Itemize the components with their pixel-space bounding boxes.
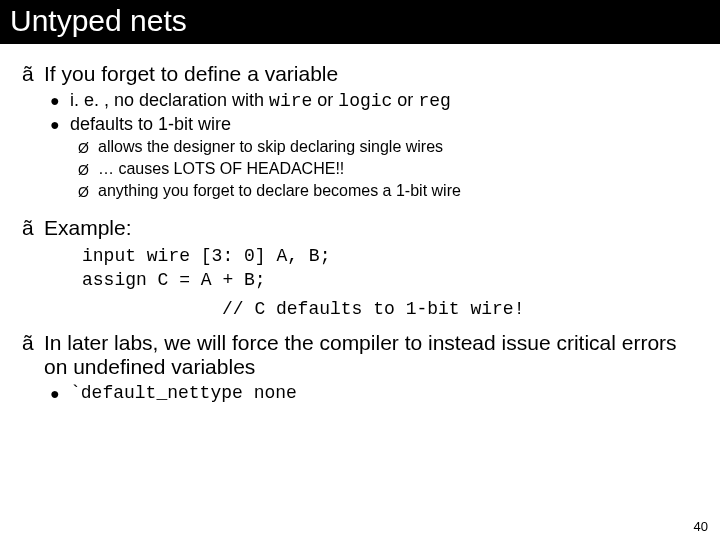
bullet-example: ã Example: <box>22 216 698 240</box>
bullet-later-labs: ã In later labs, we will force the compi… <box>22 331 698 379</box>
bullet-marker: ã <box>22 216 44 240</box>
subbullet-text: defaults to 1-bit wire <box>70 114 698 135</box>
text-fragment: i. e. , no declaration with <box>70 90 269 110</box>
bullet-text: If you forget to define a variable <box>44 62 698 86</box>
slide-body: ã If you forget to define a variable ● i… <box>0 44 720 405</box>
bullet-marker: ã <box>22 331 44 355</box>
dot-icon: ● <box>50 114 70 136</box>
subsub-headache: Ø … causes LOTS OF HEADACHE!! <box>78 160 698 180</box>
subbullet-defaults-1bit: ● defaults to 1-bit wire <box>50 114 698 136</box>
code-wire: wire <box>269 91 312 111</box>
subbullet-text: i. e. , no declaration with wire or logi… <box>70 90 698 111</box>
slide-title: Untyped nets <box>0 0 720 44</box>
subsub-text: allows the designer to skip declaring si… <box>98 138 698 156</box>
bullet-marker: ã <box>22 62 44 86</box>
text-fragment: or <box>312 90 338 110</box>
subsub-forget-declare: Ø anything you forget to declare becomes… <box>78 182 698 202</box>
dot-icon: ● <box>50 383 70 405</box>
dot-icon: ● <box>50 90 70 112</box>
subsub-allows-skip: Ø allows the designer to skip declaring … <box>78 138 698 158</box>
bullet-text: In later labs, we will force the compile… <box>44 331 698 379</box>
code-logic: logic <box>338 91 392 111</box>
arrow-icon: Ø <box>78 138 98 158</box>
arrow-icon: Ø <box>78 182 98 202</box>
page-number: 40 <box>694 519 708 534</box>
arrow-icon: Ø <box>78 160 98 180</box>
code-line: assign C = A + B; <box>82 270 266 290</box>
subbullet-default-nettype: ● `default_nettype none <box>50 383 698 405</box>
subbullet-no-declaration: ● i. e. , no declaration with wire or lo… <box>50 90 698 112</box>
subsub-text: … causes LOTS OF HEADACHE!! <box>98 160 698 178</box>
code-default-nettype: `default_nettype none <box>70 383 698 403</box>
text-fragment: or <box>392 90 418 110</box>
code-example: input wire [3: 0] A, B; assign C = A + B… <box>82 244 698 293</box>
code-comment: // C defaults to 1-bit wire! <box>222 299 698 319</box>
bullet-forget-variable: ã If you forget to define a variable <box>22 62 698 86</box>
bullet-text: Example: <box>44 216 698 240</box>
subsub-text: anything you forget to declare becomes a… <box>98 182 698 200</box>
code-line: input wire [3: 0] A, B; <box>82 246 330 266</box>
code-reg: reg <box>418 91 450 111</box>
